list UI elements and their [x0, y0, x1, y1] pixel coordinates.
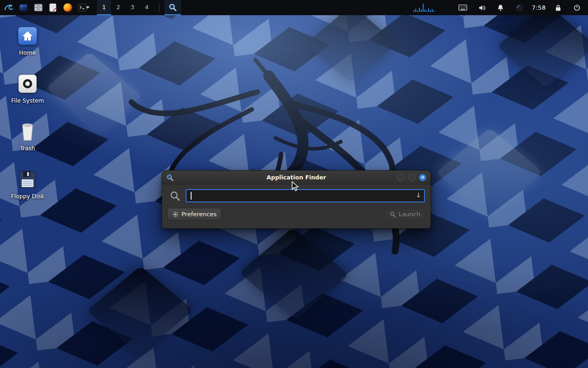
- system-monitor-graph[interactable]: [412, 3, 451, 13]
- firefox-icon: [63, 3, 72, 12]
- kali-menu-button[interactable]: [2, 0, 15, 15]
- kali-menu-icon: [4, 3, 14, 13]
- volume-icon: [478, 4, 486, 12]
- floppy-disk-icon: [18, 170, 37, 189]
- workspace-button-4[interactable]: 4: [140, 0, 154, 15]
- application-finder-icon: [169, 3, 177, 12]
- desktop-icon-floppy-disk[interactable]: Floppy Disk: [6, 168, 50, 200]
- panel-left: 1 2 3 4: [0, 0, 181, 15]
- workspace-label: 1: [102, 4, 106, 11]
- keyboard-icon: [458, 5, 467, 11]
- desktop-screen: 1 2 3 4: [0, 0, 588, 368]
- panel-clock[interactable]: 7:58: [532, 4, 546, 11]
- application-finder-window: Application Finder ×: [162, 170, 431, 229]
- window-app-icon: [19, 4, 28, 12]
- workspace-switcher: 1 2 3 4: [97, 0, 154, 15]
- firefox-launcher[interactable]: [61, 0, 74, 15]
- launch-button[interactable]: Launch: [384, 208, 425, 220]
- window-controls: ×: [397, 174, 426, 181]
- text-caret: [191, 192, 192, 200]
- desktop-icon-label: Floppy Disk: [6, 193, 50, 200]
- desktop-icon-home[interactable]: Home: [6, 25, 50, 56]
- logout-icon: [573, 4, 581, 12]
- text-editor-launcher[interactable]: [46, 0, 59, 15]
- search-input[interactable]: [187, 190, 424, 201]
- close-button[interactable]: ×: [419, 174, 426, 181]
- home-icon: [18, 27, 37, 45]
- status-indicator[interactable]: [513, 0, 526, 15]
- window-app-launcher[interactable]: [17, 0, 30, 15]
- file-manager-launcher[interactable]: [32, 0, 45, 15]
- minimize-button[interactable]: [397, 174, 404, 181]
- preferences-button[interactable]: Preferences: [167, 208, 221, 220]
- file-system-icon: [18, 75, 37, 93]
- terminal-launcher[interactable]: [76, 0, 91, 15]
- panel-right: 7:58: [412, 0, 588, 15]
- gear-icon: [172, 211, 179, 218]
- desktop-icon-label: Home: [6, 49, 50, 56]
- panel-separator: [159, 4, 159, 12]
- maximize-button[interactable]: [408, 174, 415, 181]
- text-editor-icon: [49, 3, 57, 12]
- titlebar[interactable]: Application Finder ×: [162, 171, 430, 184]
- window-title: Application Finder: [162, 174, 430, 181]
- workspace-button-3[interactable]: 3: [125, 0, 140, 15]
- chevron-down-icon: [86, 6, 90, 9]
- lock-screen-button[interactable]: [552, 0, 565, 15]
- taskbar-application-finder[interactable]: [164, 0, 181, 15]
- workspace-label: 3: [130, 4, 134, 11]
- volume-control[interactable]: [475, 0, 488, 15]
- trash-icon: [19, 122, 36, 141]
- desktop-icon-label: File System: [6, 97, 50, 104]
- workspace-button-2[interactable]: 2: [111, 0, 125, 15]
- notifications-bell-icon: [497, 4, 504, 12]
- application-finder-icon: [166, 174, 174, 181]
- search-input-wrap: [186, 189, 425, 202]
- search-icon: [170, 190, 181, 201]
- button-row: Preferences Launch: [162, 208, 430, 220]
- lock-icon: [555, 4, 561, 12]
- search-row: [162, 184, 430, 202]
- desktop-icon-file-system[interactable]: File System: [6, 73, 50, 104]
- launch-icon: [390, 211, 396, 218]
- status-circle-icon: [516, 4, 523, 12]
- desktop-icon-trash[interactable]: Trash: [6, 121, 50, 152]
- file-manager-icon: [34, 4, 43, 12]
- preferences-label: Preferences: [181, 211, 216, 218]
- workspace-button-1[interactable]: 1: [97, 0, 111, 15]
- top-panel: 1 2 3 4: [0, 0, 588, 15]
- keyboard-indicator[interactable]: [457, 0, 469, 15]
- notifications-button[interactable]: [494, 0, 507, 15]
- logout-button[interactable]: [571, 0, 583, 15]
- launch-label: Launch: [399, 211, 420, 218]
- workspace-label: 4: [145, 4, 148, 11]
- workspace-label: 2: [116, 4, 120, 11]
- desktop-icon-label: Trash: [6, 145, 50, 152]
